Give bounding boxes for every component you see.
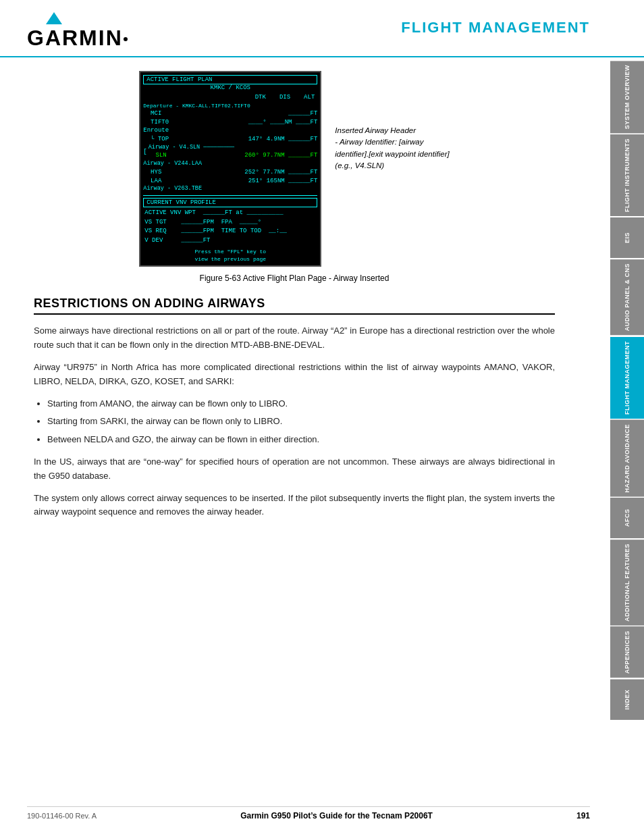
screen-row-hys: HYS 252° 77.7NM ______FT <box>140 168 320 177</box>
body-para-2: Airway “UR975” in North Africa has more … <box>34 361 555 389</box>
screen-subtitle: KMKC / KCOS <box>140 84 320 91</box>
page-header: GARMIN FLIGHT MANAGEMENT <box>0 0 644 57</box>
body-para-4: The system only allows correct airway se… <box>34 492 555 520</box>
sidebar-tab-hazard-avoidance[interactable]: HAZARD AVOIDANCE <box>610 420 644 497</box>
screen-row-top: └ TOP 147° 4.9NM ______FT <box>140 135 320 144</box>
logo-area: GARMIN <box>27 12 128 51</box>
sidebar-tab-afcs[interactable]: AFCS <box>610 498 644 538</box>
sidebar-tab-flight-instruments[interactable]: FLIGHT INSTRUMENTS <box>610 134 644 216</box>
logo-triangle-icon <box>46 12 62 24</box>
vnv-row-active: ACTIVE VNV WPT ______FT at __________ <box>140 209 320 218</box>
vnv-divider <box>143 195 317 196</box>
footer-left: 190-01146-00 Rev. A <box>27 812 97 820</box>
screen-row-enroute: Enroute <box>140 126 320 135</box>
sidebar-tab-eis[interactable]: EIS <box>610 217 644 258</box>
body-para-1: Some airways have directional restrictio… <box>34 324 555 353</box>
footer-right: 191 <box>576 811 590 820</box>
figure-container: ACTIVE FLIGHT PLAN KMKC / KCOS DTK DIS A… <box>34 71 555 267</box>
logo-dot <box>124 37 128 41</box>
vnv-row-vstgt: VS TGT ______FPM FPA _____° <box>140 218 320 228</box>
screen-row-airway-v263tbe: Airway - V263.TBE <box>140 185 320 193</box>
screen-columns: DTK DIS ALT <box>140 94 320 101</box>
screen-row-sln: SLN 260° 97.7NM ______FT <box>149 151 318 160</box>
screen-row-mci: MCI ______FT <box>140 109 320 118</box>
main-content: ACTIVE FLIGHT PLAN KMKC / KCOS DTK DIS A… <box>0 57 609 541</box>
annotation-line2: identifier].[exit waypoint identifier] <box>335 150 449 158</box>
bracket-left: [ <box>143 144 146 160</box>
screen-row-laa: LAA 251° 165NM ______FT <box>140 177 320 186</box>
logo: GARMIN <box>27 26 128 51</box>
sidebar-tab-audio-panel-cns[interactable]: AUDIO PANEL & CNS <box>610 259 644 335</box>
col-dtk: DTK <box>255 94 266 101</box>
annotation-line1: - Airway Identifier: [airway <box>335 138 423 146</box>
airway-v4-sln-group: [ Airway - V4.SLN ───────── SLN 260° 97.… <box>140 144 320 160</box>
screen-footer: Press the "FPL" key toview the previous … <box>140 245 320 265</box>
vnv-section-header: CURRENT VNV PROFILE <box>143 198 317 207</box>
flight-plan-screen: ACTIVE FLIGHT PLAN KMKC / KCOS DTK DIS A… <box>139 71 321 267</box>
body-para-3: In the US, airways that are “one-way” fo… <box>34 455 555 484</box>
figure-caption: Figure 5-63 Active Flight Plan Page - Ai… <box>34 273 555 283</box>
screen-row-airway-v244laa: Airway - V244.LAA <box>140 160 320 168</box>
bullet-item-3: Between NELDA and GZO, the airway can be… <box>47 433 555 447</box>
sidebar-tab-appendices[interactable]: APPENDICES <box>610 627 644 678</box>
bullet-list: Starting from AMANO, the airway can be f… <box>47 397 555 447</box>
page-title: FLIGHT MANAGEMENT <box>401 12 590 36</box>
figure-annotation: Inserted Airway Header - Airway Identifi… <box>335 71 449 172</box>
section-heading: RESTRICTIONS ON ADDING AIRWAYS <box>34 296 555 315</box>
page-footer: 190-01146-00 Rev. A Garmin G950 Pilot’s … <box>27 806 590 820</box>
figure-inner: ACTIVE FLIGHT PLAN KMKC / KCOS DTK DIS A… <box>139 71 449 267</box>
bullet-item-1: Starting from AMANO, the airway can be f… <box>47 397 555 411</box>
screen-header-label: ACTIVE FLIGHT PLAN <box>146 76 212 83</box>
sidebar-tab-system-overview[interactable]: SYSTEM OVERVIEW <box>610 61 644 133</box>
footer-center: Garmin G950 Pilot’s Guide for the Tecnam… <box>240 811 433 820</box>
sidebar-tab-additional-features[interactable]: ADDITIONAL FEATURES <box>610 540 644 625</box>
screen-header: ACTIVE FLIGHT PLAN <box>143 75 317 84</box>
annotation-line3: (e.g., V4.SLN) <box>335 161 384 170</box>
vnv-row-vsreq: VS REQ ______FPM TIME TO TOD __:__ <box>140 227 320 236</box>
sidebar-tab-index[interactable]: INDEX <box>610 679 644 720</box>
sidebar-tabs: SYSTEM OVERVIEW FLIGHT INSTRUMENTS EIS A… <box>610 61 644 720</box>
bullet-item-2: Starting from SARKI, the airway can be f… <box>47 415 555 429</box>
screen-row-departure: Departure - KMKC-ALL.TIFT02.TIFT0 <box>140 102 320 109</box>
screen-row-tift0: TIFT0 ____° ____NM ____FT <box>140 118 320 127</box>
col-alt: ALT <box>304 94 315 101</box>
vnv-row-vdev: V DEV ______FT <box>140 236 320 246</box>
logo-text: GARMIN <box>27 26 123 50</box>
screen-row-airway-v4sln: Airway - V4.SLN ───────── <box>149 144 318 152</box>
sidebar-tab-flight-management[interactable]: FLIGHT MANAGEMENT <box>610 337 644 419</box>
annotation-title: Inserted Airway Header <box>335 126 416 134</box>
col-dis: DIS <box>279 94 290 101</box>
